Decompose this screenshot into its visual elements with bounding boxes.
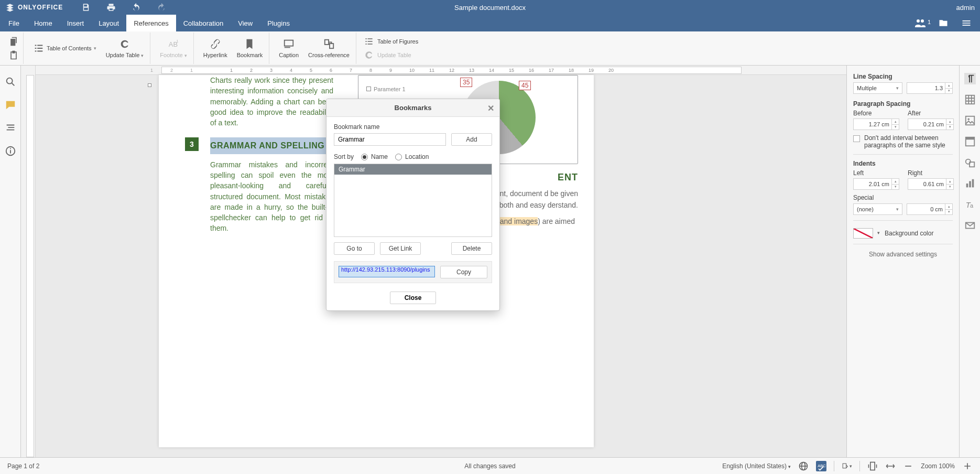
line-spacing-label: Line Spacing bbox=[853, 73, 953, 80]
set-doclang-icon[interactable] bbox=[798, 461, 809, 471]
indent-left-input[interactable]: 2.01 cm▴▾ bbox=[853, 178, 899, 190]
svg-rect-2 bbox=[285, 40, 293, 46]
sort-name-radio[interactable]: Name bbox=[361, 153, 388, 160]
menu-plugins[interactable]: Plugins bbox=[260, 15, 297, 31]
header-tab-icon[interactable] bbox=[964, 136, 976, 147]
link-icon bbox=[210, 38, 221, 50]
menu-view[interactable]: View bbox=[231, 15, 260, 31]
footnote-icon: AB1 bbox=[168, 38, 179, 50]
chart-legend: Parameter 1 bbox=[366, 86, 406, 92]
users-count-icon[interactable]: 1 bbox=[914, 18, 927, 28]
copy-button[interactable]: Copy bbox=[440, 266, 487, 278]
bookmark-name-input[interactable] bbox=[334, 133, 446, 146]
spacing-after-input[interactable]: 0.21 cm▴▾ bbox=[908, 118, 954, 130]
caption-button[interactable]: Caption bbox=[277, 38, 301, 58]
bookmarks-list[interactable]: Grammar bbox=[334, 164, 492, 237]
dont-add-interval-checkbox[interactable] bbox=[853, 135, 860, 142]
goto-button[interactable]: Go to bbox=[334, 242, 375, 255]
footnote-button[interactable]: AB1 Footnote ▾ bbox=[158, 38, 189, 58]
vertical-ruler[interactable] bbox=[21, 66, 36, 457]
brand-logo: ONLYOFFICE bbox=[5, 3, 63, 12]
tof-update-button: Update Table bbox=[364, 50, 418, 60]
chart-value-a: 35 bbox=[460, 78, 472, 87]
fit-width-icon[interactable] bbox=[885, 461, 896, 471]
bookmark-link-field[interactable]: http://142.93.215.113:8090/plugins bbox=[339, 266, 435, 277]
textart-tab-icon[interactable]: Ta bbox=[964, 199, 976, 210]
paste-icon[interactable] bbox=[8, 50, 19, 60]
chart-tab-icon[interactable] bbox=[964, 178, 976, 189]
add-button[interactable]: Add bbox=[451, 133, 492, 146]
undo-icon[interactable] bbox=[132, 3, 141, 12]
redo-icon[interactable] bbox=[157, 3, 166, 12]
zoom-out-icon[interactable] bbox=[903, 461, 913, 471]
zoom-in-icon[interactable] bbox=[962, 461, 973, 471]
onlyoffice-icon bbox=[5, 3, 15, 12]
indent-left-label: Left bbox=[853, 169, 899, 177]
indent-right-label: Right bbox=[908, 169, 954, 177]
menu-home[interactable]: Home bbox=[27, 15, 60, 31]
background-color-swatch[interactable] bbox=[853, 228, 873, 239]
status-bar: Page 1 of 2 All changes saved English (U… bbox=[0, 457, 980, 474]
image-tab-icon[interactable] bbox=[964, 115, 976, 126]
special-indent-value[interactable]: 0 cm▴▾ bbox=[907, 203, 953, 215]
close-button[interactable]: Close bbox=[390, 292, 436, 304]
line-spacing-value[interactable]: 1.3▴▾ bbox=[907, 82, 953, 94]
dialog-title-bar[interactable]: Bookmarks ✕ bbox=[326, 99, 499, 117]
delete-button[interactable]: Delete bbox=[451, 242, 492, 255]
horizontal-ruler[interactable]: 1211234567891011121314151617181920 bbox=[36, 66, 846, 75]
special-indent-select[interactable]: (none) bbox=[853, 203, 902, 215]
print-icon[interactable] bbox=[106, 3, 116, 12]
update-table-button[interactable]: Update Table ▾ bbox=[104, 38, 146, 58]
bookmark-button[interactable]: Bookmark bbox=[235, 38, 265, 58]
hamburger-icon[interactable] bbox=[960, 18, 973, 28]
menu-layout[interactable]: Layout bbox=[91, 15, 126, 31]
table-tab-icon[interactable] bbox=[964, 94, 976, 105]
svg-point-12 bbox=[967, 118, 970, 120]
svg-rect-17 bbox=[966, 184, 968, 187]
spacing-before-input[interactable]: 1.27 cm▴▾ bbox=[853, 118, 899, 130]
svg-text:a: a bbox=[970, 202, 974, 209]
toc-button[interactable]: Table of Contents▾ bbox=[31, 42, 99, 54]
line-spacing-mode-select[interactable]: Multiple bbox=[853, 82, 902, 94]
menu-collaboration[interactable]: Collaboration bbox=[176, 15, 231, 31]
cross-reference-button[interactable]: Cross-reference bbox=[306, 38, 352, 58]
dialog-close-icon[interactable]: ✕ bbox=[487, 103, 494, 113]
mailmerge-tab-icon[interactable] bbox=[964, 220, 976, 231]
spellcheck-icon[interactable]: ABC bbox=[816, 461, 826, 471]
save-icon[interactable] bbox=[81, 3, 91, 12]
open-location-icon[interactable] bbox=[937, 18, 950, 28]
svg-text:ABC: ABC bbox=[818, 463, 826, 468]
tof-icon bbox=[364, 36, 374, 47]
special-label: Special bbox=[853, 194, 953, 201]
search-icon[interactable] bbox=[5, 76, 16, 88]
shape-tab-icon[interactable] bbox=[964, 157, 976, 168]
page-indicator[interactable]: Page 1 of 2 bbox=[7, 462, 39, 470]
indent-right-input[interactable]: 0.61 cm▴▾ bbox=[908, 178, 954, 190]
background-color-label: Background color bbox=[885, 230, 933, 237]
copy-icon[interactable] bbox=[8, 36, 19, 47]
section-heading: GRAMMAR AND SPELLING bbox=[210, 139, 333, 152]
paragraph-tab-icon[interactable] bbox=[964, 73, 976, 84]
dont-add-interval-label: Don't add interval between paragraphs of… bbox=[864, 134, 953, 149]
language-selector[interactable]: English (United States) ▾ bbox=[722, 462, 791, 470]
headings-icon[interactable] bbox=[5, 122, 16, 134]
svg-rect-5 bbox=[329, 44, 333, 48]
menu-file[interactable]: File bbox=[1, 15, 27, 31]
advanced-settings-link[interactable]: Show advanced settings bbox=[853, 251, 953, 258]
get-link-button[interactable]: Get Link bbox=[380, 242, 421, 255]
zoom-level[interactable]: Zoom 100% bbox=[921, 462, 955, 470]
crossref-icon bbox=[323, 38, 335, 50]
info-icon[interactable] bbox=[5, 145, 16, 157]
bookmark-list-item[interactable]: Grammar bbox=[334, 164, 492, 175]
table-of-figures-button[interactable]: Table of Figures bbox=[364, 36, 418, 47]
menu-insert[interactable]: Insert bbox=[60, 15, 92, 31]
selection-handle[interactable] bbox=[148, 83, 151, 87]
track-changes-icon[interactable]: ▾ bbox=[842, 461, 852, 471]
fit-page-icon[interactable] bbox=[867, 461, 878, 471]
brand-text: ONLYOFFICE bbox=[18, 4, 63, 11]
menu-references[interactable]: References bbox=[126, 15, 176, 31]
user-name[interactable]: admin bbox=[956, 4, 975, 12]
comments-icon[interactable] bbox=[5, 99, 16, 111]
sort-location-radio[interactable]: Location bbox=[395, 153, 429, 160]
hyperlink-button[interactable]: Hyperlink bbox=[201, 38, 230, 58]
